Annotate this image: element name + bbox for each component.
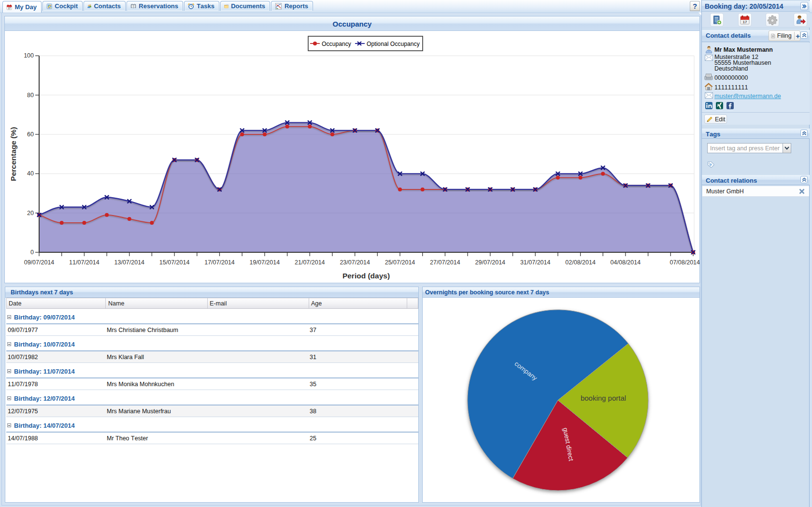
svg-text:0: 0 bbox=[30, 249, 34, 256]
svg-text:27/07/2014: 27/07/2014 bbox=[430, 259, 460, 266]
svg-text:Optional Occupancy: Optional Occupancy bbox=[367, 41, 420, 47]
svg-text:31/07/2014: 31/07/2014 bbox=[520, 259, 551, 266]
svg-text:Period (days): Period (days) bbox=[342, 272, 390, 280]
svg-text:80: 80 bbox=[27, 92, 34, 99]
svg-text:17/07/2014: 17/07/2014 bbox=[204, 259, 235, 266]
svg-text:25/07/2014: 25/07/2014 bbox=[385, 259, 415, 266]
svg-text:07/08/2014: 07/08/2014 bbox=[670, 259, 700, 266]
svg-text:Percentage (%): Percentage (%) bbox=[9, 127, 17, 181]
svg-text:21/07/2014: 21/07/2014 bbox=[295, 259, 325, 266]
svg-text:09/07/2014: 09/07/2014 bbox=[24, 259, 55, 266]
svg-text:20: 20 bbox=[27, 210, 34, 217]
svg-text:17: 17 bbox=[742, 20, 747, 24]
svg-text:Occupancy: Occupancy bbox=[322, 41, 352, 47]
svg-text:60: 60 bbox=[27, 131, 34, 138]
svg-text:100: 100 bbox=[24, 52, 34, 59]
svg-text:04/08/2014: 04/08/2014 bbox=[611, 259, 641, 266]
svg-text:booking portal: booking portal bbox=[581, 394, 626, 402]
svg-text:11/07/2014: 11/07/2014 bbox=[69, 259, 100, 266]
svg-text:17: 17 bbox=[8, 6, 11, 9]
svg-text:02/08/2014: 02/08/2014 bbox=[565, 259, 596, 266]
svg-text:29/07/2014: 29/07/2014 bbox=[475, 259, 506, 266]
svg-text:40: 40 bbox=[27, 170, 34, 177]
svg-text:13/07/2014: 13/07/2014 bbox=[114, 259, 145, 266]
svg-text:15/07/2014: 15/07/2014 bbox=[159, 259, 190, 266]
svg-text:23/07/2014: 23/07/2014 bbox=[340, 259, 370, 266]
svg-text:19/07/2014: 19/07/2014 bbox=[250, 259, 280, 266]
